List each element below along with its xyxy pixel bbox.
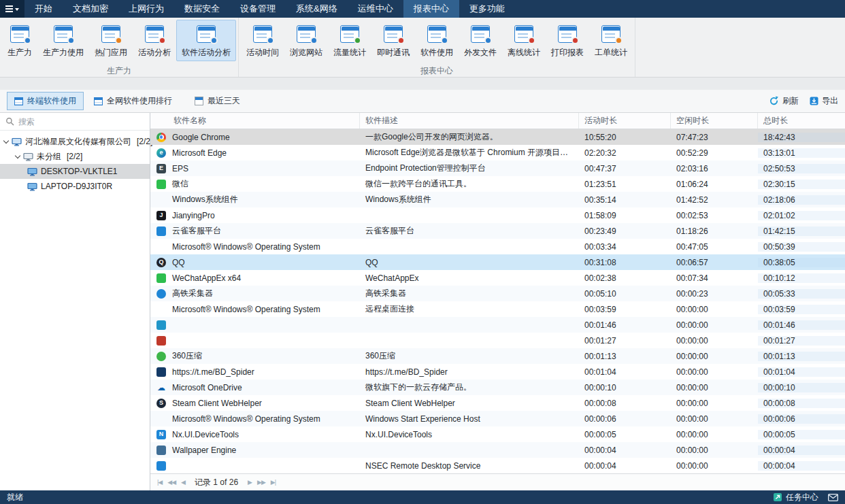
pager-next-icon-0[interactable]: ▶	[248, 479, 252, 486]
cell-software-name: Steam Client WebHelper	[168, 399, 360, 408]
ribbon-button-1-7[interactable]: 打印报表	[546, 20, 589, 61]
table-row[interactable]: 00:01:2700:00:0000:01:27	[150, 333, 845, 348]
menu-item-4[interactable]: 设备管理	[230, 0, 286, 18]
cell-idle-time: 00:00:00	[671, 305, 758, 314]
table-row[interactable]: QQQQQ00:31:0800:06:5700:38:05	[150, 254, 845, 270]
cell-idle-time: 00:00:00	[671, 383, 758, 392]
ribbon-button-1-1[interactable]: 浏览网站	[284, 20, 328, 61]
cell-active-time: 00:03:34	[579, 242, 671, 252]
ribbon-button-1-2[interactable]: 流量统计	[328, 20, 371, 61]
cell-idle-time: 07:47:23	[671, 133, 758, 142]
app-menu-button[interactable]	[0, 0, 24, 18]
table-row[interactable]: EEPSEndpoint Protection管理控制平台00:47:3702:…	[150, 161, 845, 176]
task-center-link[interactable]: 任务中心	[786, 492, 818, 503]
windows-icon	[156, 195, 165, 204]
pager-prev-icon-0[interactable]: |◀	[157, 479, 162, 486]
table-row[interactable]: NNx.UI.DeviceToolsNx.UI.DeviceTools00:00…	[150, 426, 845, 442]
ribbon-button-0-2[interactable]: 热门应用	[89, 20, 133, 61]
menu-item-7[interactable]: 报表中心	[403, 0, 459, 18]
table-row[interactable]: Google Chrome一款Google公司开发的网页浏览器。10:55:20…	[150, 129, 845, 145]
tab-1[interactable]: 全网软件使用排行	[86, 92, 180, 110]
refresh-button[interactable]: 刷新	[769, 95, 799, 107]
cell-software-name: Microsoft Edge	[168, 148, 360, 158]
column-header-1[interactable]: 软件描述	[360, 113, 579, 129]
menu-item-6[interactable]: 运维中心	[348, 0, 403, 18]
pager: |◀◀◀◀ 记录 1 of 26 ▶▶▶▶|	[150, 473, 845, 490]
column-header-3[interactable]: 空闲时长	[671, 113, 758, 129]
ribbon-button-0-0[interactable]: 生产力	[2, 20, 37, 61]
ribbon-button-1-3[interactable]: 即时通讯	[371, 20, 415, 61]
cell-active-time: 00:31:08	[579, 258, 671, 267]
pager-prev-icon-1[interactable]: ◀◀	[167, 479, 176, 486]
menu-item-3[interactable]: 数据安全	[174, 0, 230, 18]
cell-idle-time: 00:00:00	[671, 399, 758, 408]
table-row[interactable]: WeChatAppEx x64WeChatAppEx00:02:3800:07:…	[150, 270, 845, 286]
export-button[interactable]: 导出	[810, 95, 838, 107]
ribbon-button-1-5[interactable]: 外发文件	[459, 20, 502, 61]
ribbon-button-label: 工单统计	[595, 47, 627, 58]
cell-active-time: 00:05:10	[579, 289, 671, 299]
mail-icon[interactable]	[828, 494, 838, 501]
menu-item-8[interactable]: 更多功能	[459, 0, 515, 18]
search-input[interactable]	[18, 117, 144, 127]
status-ready: 就绪	[7, 492, 23, 503]
cell-icon	[150, 414, 168, 423]
table-row[interactable]: 微信微信一款跨平台的通讯工具。01:23:5101:06:2402:30:15	[150, 176, 845, 192]
ribbon-button-label: 流量统计	[333, 47, 366, 58]
table-row[interactable]: Microsoft® Windows® Operating SystemWind…	[150, 411, 845, 426]
ribbon-button-1-0[interactable]: 活动时间	[241, 20, 284, 61]
pager-next-icon-2[interactable]: ▶|	[271, 479, 276, 486]
ribbon-button-0-4[interactable]: 软件活动分析	[176, 20, 236, 61]
date-filter-button[interactable]: 最近三天	[195, 95, 240, 107]
cell-total-time: 00:50:39	[758, 242, 845, 252]
pager-next-icon-1[interactable]: ▶▶	[257, 479, 265, 486]
table-row[interactable]: SSteam Client WebHelperSteam Client WebH…	[150, 395, 845, 411]
ribbon-button-1-8[interactable]: 工单统计	[589, 20, 633, 61]
table-row[interactable]: Microsoft® Windows® Operating System远程桌面…	[150, 301, 845, 317]
software-usage-icon	[427, 24, 447, 44]
ribbon-button-1-4[interactable]: 软件使用	[415, 20, 459, 61]
table-row[interactable]: eMicrosoft EdgeMicrosoft Edge浏览器是微软基于 Ch…	[150, 145, 845, 161]
table-row[interactable]: JJianyingPro01:58:0900:02:5302:01:02	[150, 207, 845, 223]
table-row[interactable]: 高铁采集器高铁采集器00:05:1000:00:2300:05:33	[150, 286, 845, 301]
cell-active-time: 00:00:08	[579, 399, 671, 408]
print-report-icon	[557, 24, 578, 44]
column-header-2[interactable]: 活动时长	[579, 113, 671, 129]
pager-prev-icon-2[interactable]: ◀	[181, 479, 185, 486]
tree-item-0[interactable]: 河北瀚星辰文化传媒有限公司[2/2]	[0, 134, 150, 149]
column-header-4[interactable]: 总时长	[758, 113, 845, 129]
tree-item-1[interactable]: 未分组[2/2]	[0, 149, 150, 164]
ribbon-button-0-3[interactable]: 活动分析	[133, 20, 176, 61]
table-row[interactable]: 云雀客服平台云雀客服平台00:23:4901:18:2601:42:15	[150, 223, 845, 239]
tree-item-2[interactable]: DESKTOP-VLKTLE1	[0, 164, 150, 179]
table-row[interactable]: NSEC Remote Desktop Service00:00:0400:00…	[150, 458, 845, 473]
ribbon-group-label: 生产力	[2, 65, 236, 77]
table-row[interactable]: 360压缩360压缩00:01:1300:00:0000:01:13	[150, 348, 845, 364]
collapse-icon[interactable]	[15, 152, 20, 158]
column-header-0[interactable]: 软件名称	[150, 113, 360, 129]
table-row[interactable]: ☁Microsoft OneDrive微软旗下的一款云存储产品。00:00:10…	[150, 380, 845, 395]
menu-item-5[interactable]: 系统&网络	[286, 0, 348, 18]
table-row[interactable]: Wallpaper Engine00:00:0400:00:0000:00:04	[150, 442, 845, 458]
app-icon: ☁	[156, 383, 166, 392]
cell-software-name: Nx.UI.DeviceTools	[168, 430, 360, 439]
app-icon: e	[156, 148, 166, 158]
collapse-icon[interactable]	[3, 137, 9, 143]
menu-item-1[interactable]: 文档加密	[63, 0, 118, 18]
ribbon-button-1-6[interactable]: 离线统计	[502, 20, 546, 61]
table-row[interactable]: Windows系统组件Windows系统组件00:35:1401:42:5202…	[150, 192, 845, 207]
table-row[interactable]: https://t.me/BD_Spiderhttps://t.me/BD_Sp…	[150, 364, 845, 380]
menu-item-2[interactable]: 上网行为	[118, 0, 174, 18]
cell-active-time: 00:47:37	[579, 164, 671, 173]
ribbon-button-label: 浏览网站	[290, 47, 322, 58]
menu-item-0[interactable]: 开始	[24, 0, 63, 18]
table-row[interactable]: Microsoft® Windows® Operating System00:0…	[150, 239, 845, 254]
cell-total-time: 00:00:06	[758, 414, 845, 424]
table-row[interactable]: 00:01:4600:00:0000:01:46	[150, 317, 845, 333]
tab-0[interactable]: 终端软件使用	[7, 92, 84, 110]
cell-active-time: 00:01:04	[579, 367, 671, 377]
tree-item-3[interactable]: LAPTOP-D9J3IT0R	[0, 179, 150, 194]
cell-icon	[150, 226, 168, 236]
ribbon-button-0-1[interactable]: 生产力使用	[37, 20, 89, 61]
app-icon	[156, 289, 166, 299]
